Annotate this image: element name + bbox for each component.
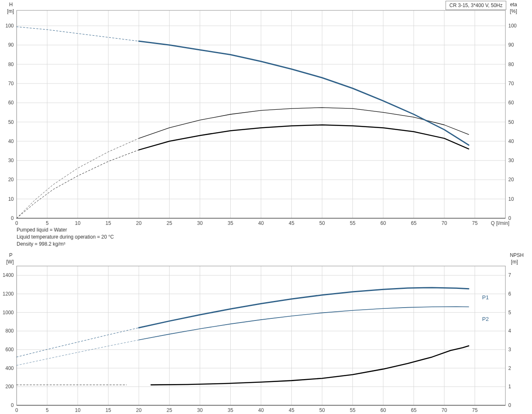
svg-text:65: 65 [411, 407, 417, 413]
svg-text:100: 100 [5, 23, 14, 29]
svg-text:400: 400 [5, 365, 14, 371]
svg-text:1: 1 [508, 384, 511, 389]
svg-text:10: 10 [75, 220, 81, 226]
svg-text:60: 60 [380, 220, 386, 226]
svg-text:60: 60 [508, 100, 514, 106]
svg-text:20: 20 [136, 220, 142, 226]
svg-text:30: 30 [197, 407, 203, 413]
svg-text:50: 50 [508, 119, 514, 125]
svg-text:0: 0 [15, 220, 18, 226]
svg-text:30: 30 [508, 158, 514, 163]
svg-text:65: 65 [411, 220, 417, 226]
svg-text:25: 25 [167, 220, 172, 226]
svg-text:50: 50 [8, 119, 14, 125]
svg-text:1200: 1200 [2, 291, 14, 297]
series-label-p1: P1 [482, 294, 489, 301]
svg-text:0: 0 [508, 402, 511, 408]
svg-text:5: 5 [46, 407, 49, 413]
svg-text:60: 60 [380, 407, 386, 413]
svg-text:45: 45 [289, 220, 295, 226]
svg-text:20: 20 [508, 177, 514, 182]
svg-text:Q [l/min]: Q [l/min] [491, 220, 510, 226]
note-temp: Liquid temperature during operation = 20… [17, 234, 114, 241]
svg-text:70: 70 [441, 220, 447, 226]
svg-text:45: 45 [289, 407, 295, 413]
svg-text:0: 0 [11, 402, 14, 408]
svg-text:0: 0 [15, 407, 18, 413]
svg-text:75: 75 [472, 220, 478, 226]
svg-text:25: 25 [167, 407, 172, 413]
svg-text:800: 800 [5, 328, 14, 334]
svg-text:55: 55 [350, 407, 356, 413]
svg-text:2: 2 [508, 365, 511, 371]
svg-text:40: 40 [258, 407, 264, 413]
svg-text:15: 15 [106, 407, 111, 413]
svg-text:3: 3 [508, 347, 511, 352]
svg-text:6: 6 [508, 291, 511, 297]
svg-text:70: 70 [8, 81, 14, 86]
svg-text:70: 70 [441, 407, 447, 413]
svg-text:35: 35 [228, 407, 234, 413]
bottom-chart: 0200400600800100012001400012345670510152… [0, 251, 532, 414]
svg-text:600: 600 [5, 347, 14, 352]
series-label-p2: P2 [482, 316, 489, 322]
svg-text:90: 90 [8, 42, 14, 48]
svg-text:50: 50 [319, 407, 325, 413]
svg-text:5: 5 [46, 220, 49, 226]
chart-notes: Pumped liquid = Water Liquid temperature… [17, 227, 114, 248]
svg-text:30: 30 [197, 220, 203, 226]
svg-text:10: 10 [508, 196, 514, 202]
svg-text:200: 200 [5, 384, 14, 389]
svg-text:55: 55 [350, 220, 356, 226]
svg-text:30: 30 [8, 158, 14, 163]
svg-text:35: 35 [228, 220, 234, 226]
svg-text:100: 100 [508, 23, 517, 29]
svg-text:75: 75 [472, 407, 478, 413]
note-liquid: Pumped liquid = Water [17, 227, 114, 234]
svg-text:80: 80 [8, 62, 14, 67]
svg-text:1400: 1400 [2, 272, 14, 278]
svg-text:10: 10 [75, 407, 81, 413]
top-chart: 0102030405060708090100010203040506070809… [0, 0, 532, 227]
svg-text:10: 10 [8, 196, 14, 202]
note-density: Density = 998.2 kg/m³ [17, 241, 114, 248]
svg-text:1000: 1000 [2, 310, 14, 315]
svg-text:4: 4 [508, 328, 511, 334]
svg-text:5: 5 [508, 310, 511, 315]
svg-text:60: 60 [8, 100, 14, 106]
svg-text:15: 15 [106, 220, 111, 226]
pump-curve-page: CR 3-15, 3*400 V, 50Hz H [m] eta [%] 010… [0, 0, 532, 414]
svg-text:40: 40 [508, 138, 514, 144]
svg-text:0: 0 [11, 215, 14, 221]
svg-text:90: 90 [508, 42, 514, 48]
svg-text:7: 7 [508, 272, 511, 278]
svg-text:20: 20 [136, 407, 142, 413]
svg-text:40: 40 [8, 138, 14, 144]
svg-text:20: 20 [8, 177, 14, 182]
svg-text:50: 50 [319, 220, 325, 226]
svg-text:40: 40 [258, 220, 264, 226]
svg-text:70: 70 [508, 81, 514, 86]
svg-text:80: 80 [508, 62, 514, 67]
